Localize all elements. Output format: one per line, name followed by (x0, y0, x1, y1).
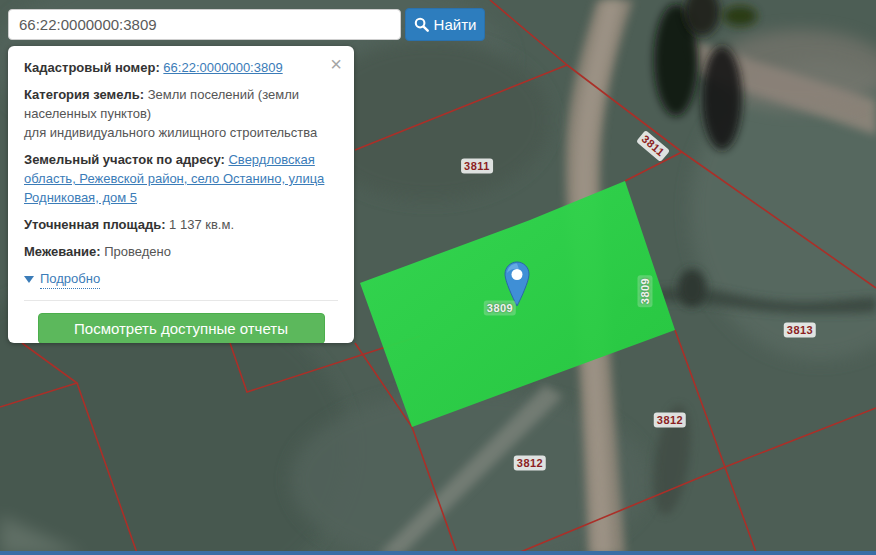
view-reports-button[interactable]: Посмотреть доступные отчеты (38, 313, 325, 343)
footer-bar (0, 551, 876, 555)
search-button-label: Найти (434, 16, 477, 33)
cadastral-number-label: Кадастровый номер: (24, 60, 160, 75)
parcel-label-3812: 3812 (654, 413, 686, 428)
details-toggle[interactable]: Подробно (24, 269, 338, 289)
search-icon (414, 17, 429, 32)
address-row: Земельный участок по адресу: Свердловска… (24, 150, 338, 207)
cadastral-number-row: Кадастровый номер: 66:22:0000000:3809 (24, 58, 338, 77)
area-value: 1 137 кв.м. (169, 217, 234, 232)
land-category-label: Категория земель: (24, 87, 144, 102)
cadastral-map-app: 3811 3811 3813 3812 3812 3809 3809 Найти… (0, 0, 876, 555)
details-link[interactable]: Подробно (40, 269, 100, 289)
survey-value: Проведено (104, 244, 171, 259)
address-label: Земельный участок по адресу: (24, 152, 225, 167)
parcel-label-3811: 3811 (461, 159, 493, 174)
survey-row: Межевание: Проведено (24, 242, 338, 261)
parcel-label-3813: 3813 (784, 323, 816, 338)
details-caret-icon (24, 276, 34, 283)
cadastral-search-input[interactable] (8, 9, 401, 40)
land-use-note: для индивидуального жилищного строительс… (24, 123, 338, 142)
parcel-label-3812-b: 3812 (514, 456, 546, 471)
selected-parcel-label-3809-vertical: 3809 (638, 275, 653, 307)
land-category-row: Категория земель: Земли поселений (земли… (24, 85, 338, 142)
close-icon[interactable]: × (330, 54, 342, 74)
survey-label: Межевание: (24, 244, 101, 259)
area-label: Уточненная площадь: (24, 217, 165, 232)
area-row: Уточненная площадь: 1 137 кв.м. (24, 215, 338, 234)
popup-divider (24, 300, 338, 301)
selected-parcel-label-3809: 3809 (484, 301, 516, 316)
cadastral-number-link[interactable]: 66:22:0000000:3809 (163, 60, 282, 75)
search-button[interactable]: Найти (405, 8, 485, 41)
parcel-info-popup: × Кадастровый номер: 66:22:0000000:3809 … (8, 46, 354, 343)
